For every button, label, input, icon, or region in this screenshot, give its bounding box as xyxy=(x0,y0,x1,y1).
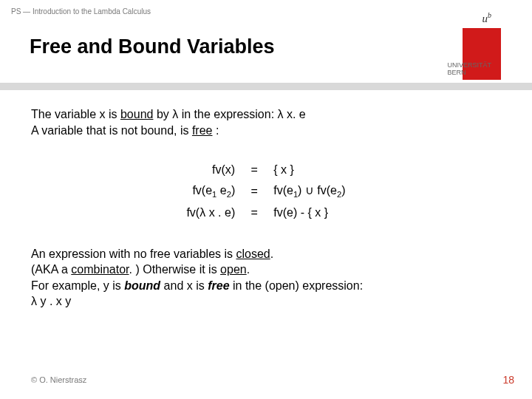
equations-table: fv(x) = { x } fv(e1 e2) = fv(e1) ∪ fv(e2… xyxy=(174,157,357,225)
equation-row: fv(x) = { x } xyxy=(186,162,345,178)
divider-strip xyxy=(0,83,532,90)
lambda-expression: λ y . x y xyxy=(31,295,71,307)
slide: PS — Introduction to the Lambda Calculus… xyxy=(0,0,532,399)
text: . xyxy=(270,248,273,260)
bold-free: free xyxy=(208,279,229,292)
text: An expression with no free variables is xyxy=(31,248,236,260)
underlined-open: open xyxy=(220,263,247,276)
header: PS — Introduction to the Lambda Calculus… xyxy=(0,0,425,83)
underlined-free: free xyxy=(192,124,213,137)
text: (AKA a xyxy=(31,263,71,276)
underlined-combinator: combinator xyxy=(71,263,129,276)
eq-lhs: fv(e1 e2) xyxy=(186,183,235,200)
equation-row: fv(e1 e2) = fv(e1) ∪ fv(e2) xyxy=(186,183,345,200)
uni-line1: UNIVERSITÄT xyxy=(447,61,491,69)
page-number: 18 xyxy=(502,374,514,386)
university-name: UNIVERSITÄT BERN xyxy=(447,62,491,77)
eq-op: = xyxy=(247,183,262,200)
text: : xyxy=(213,124,219,137)
eq-op: = xyxy=(247,205,262,221)
eq-rhs: { x } xyxy=(273,162,345,178)
closing-paragraph: An expression with no free variables is … xyxy=(31,246,501,310)
text: by λ in the expression: λ x. e xyxy=(153,108,305,120)
eq-rhs: fv(e1) ∪ fv(e2) xyxy=(273,183,345,200)
underlined-closed: closed xyxy=(236,248,270,260)
university-logo: ub UNIVERSITÄT BERN xyxy=(425,0,532,83)
eq-lhs: fv(λ x . e) xyxy=(186,205,235,221)
copyright: © O. Nierstrasz xyxy=(31,375,86,384)
eq-lhs: fv(x) xyxy=(186,162,235,178)
equation-row: fv(λ x . e) = fv(e) - { x } xyxy=(186,205,345,221)
eq-op: = xyxy=(247,162,262,178)
text: . xyxy=(247,263,250,276)
body-content: The variable x is bound by λ in the expr… xyxy=(31,106,501,310)
logo-u: u xyxy=(482,13,488,24)
eq-rhs: fv(e) - { x } xyxy=(273,205,345,221)
uni-line2: BERN xyxy=(447,69,466,76)
logo-letter: ub xyxy=(482,11,492,25)
course-label: PS — Introduction to the Lambda Calculus xyxy=(11,7,151,16)
text: in the (open) expression: xyxy=(230,279,364,292)
page-title: Free and Bound Variables xyxy=(30,35,275,58)
text: For example, y is xyxy=(31,279,124,292)
underlined-bound: bound xyxy=(120,108,154,120)
intro-paragraph: The variable x is bound by λ in the expr… xyxy=(31,106,501,138)
text: and x is xyxy=(160,279,208,292)
text: A variable that is not bound, is xyxy=(31,124,192,137)
bold-bound: bound xyxy=(124,279,160,292)
text: . ) Otherwise it is xyxy=(129,263,221,276)
text: The variable x is xyxy=(31,108,120,120)
logo-sup-b: b xyxy=(488,11,491,19)
